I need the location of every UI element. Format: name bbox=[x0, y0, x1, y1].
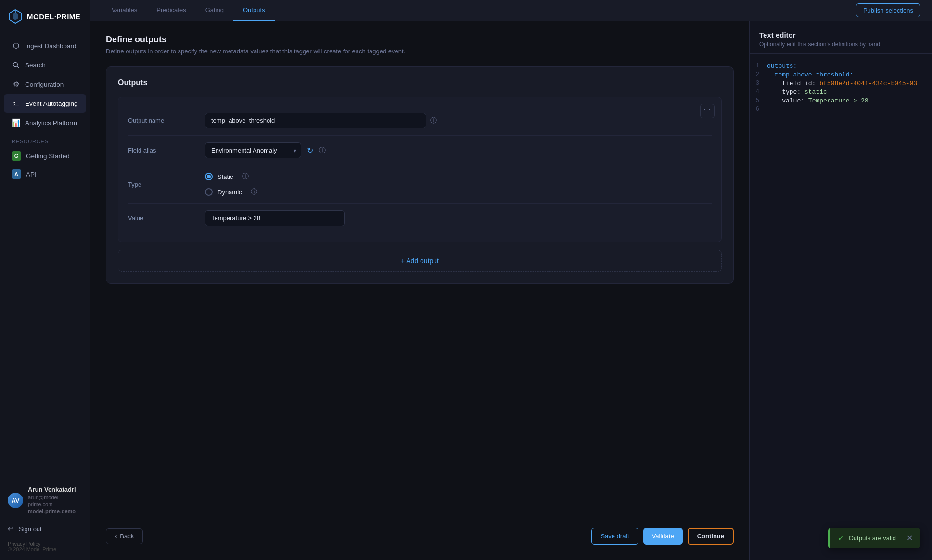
toast-check-icon: ✓ bbox=[838, 534, 844, 543]
outputs-card-title: Outputs bbox=[118, 78, 722, 87]
refresh-icon-button[interactable]: ↻ bbox=[305, 144, 315, 157]
dynamic-radio-circle bbox=[205, 188, 213, 196]
type-static-option[interactable]: Static ⓘ bbox=[205, 172, 257, 181]
output-row: 🗑 Output name ⓘ Field alias bbox=[118, 97, 722, 242]
output-name-row: Output name ⓘ bbox=[128, 106, 712, 136]
logo-text: MODEL·PRIME bbox=[27, 13, 80, 21]
sidebar-autotagging-label: Event Autotagging bbox=[25, 100, 78, 107]
back-button[interactable]: ‹ Back bbox=[106, 528, 143, 544]
section-title: Define outputs bbox=[106, 35, 734, 45]
output-name-input[interactable] bbox=[205, 113, 426, 128]
dashboard-icon: ⬡ bbox=[12, 41, 20, 50]
tab-predicates[interactable]: Predicates bbox=[147, 0, 195, 21]
editor-header: Text editor Optionally edit this section… bbox=[750, 21, 932, 54]
sidebar-footer: Privacy Policy © 2024 Model-Prime bbox=[4, 537, 86, 554]
value-input[interactable] bbox=[205, 210, 345, 226]
main-area: Variables Predicates Gating Outputs Publ… bbox=[90, 0, 932, 560]
continue-button[interactable]: Continue bbox=[688, 528, 734, 545]
sidebar-bottom: AV Arun Venkatadri arun@model-prime.com … bbox=[0, 476, 90, 560]
publish-button[interactable]: Publish selections bbox=[856, 3, 920, 17]
value-label: Value bbox=[128, 215, 205, 222]
field-alias-info-icon: ⓘ bbox=[319, 146, 326, 155]
sidebar-item-search[interactable]: Search bbox=[4, 56, 86, 74]
left-panel: Define outputs Define outputs in order t… bbox=[90, 21, 749, 560]
toast-close-button[interactable]: ✕ bbox=[906, 534, 913, 543]
delete-output-button[interactable]: 🗑 bbox=[700, 104, 715, 118]
sidebar-item-analytics-platform[interactable]: 📊 Analytics Platform bbox=[4, 114, 86, 132]
sidebar-item-label: Ingest Dashboard bbox=[25, 42, 77, 50]
sidebar-logo: MODEL·PRIME bbox=[0, 0, 90, 32]
back-label: Back bbox=[120, 533, 134, 540]
resources-section-title: Resources bbox=[0, 133, 90, 146]
toast-message: Outputs are valid bbox=[849, 535, 896, 542]
dynamic-radio-label: Dynamic bbox=[217, 189, 242, 196]
sidebar-config-label: Configuration bbox=[25, 81, 64, 88]
section-desc: Define outputs in order to specify the n… bbox=[106, 48, 734, 55]
sidebar-item-event-autotagging[interactable]: 🏷 Event Autotagging bbox=[4, 94, 86, 113]
footer-copy: © 2024 Model-Prime bbox=[8, 547, 82, 552]
code-editor[interactable]: 1 outputs: 2 temp_above_threshold: 3 fie… bbox=[750, 54, 932, 560]
action-buttons: Save draft Validate Continue bbox=[591, 528, 734, 545]
field-alias-row: Field alias Environmental Anomaly ▾ ↻ ⓘ bbox=[128, 136, 712, 165]
user-email: arun@model-prime.com bbox=[28, 494, 82, 508]
sign-out-button[interactable]: ↩ Sign out bbox=[4, 521, 86, 537]
static-radio-label: Static bbox=[217, 173, 233, 180]
svg-marker-1 bbox=[13, 13, 18, 20]
output-row-header: 🗑 bbox=[700, 104, 715, 118]
tab-bar-right: Publish selections bbox=[856, 3, 920, 17]
getting-started-label: Getting Started bbox=[26, 153, 70, 160]
type-row: Type Static ⓘ Dynamic bbox=[128, 165, 712, 204]
tab-variables[interactable]: Variables bbox=[102, 0, 147, 21]
type-radio-group: Static ⓘ Dynamic ⓘ bbox=[205, 172, 257, 196]
static-info-icon: ⓘ bbox=[242, 172, 249, 181]
trash-icon: 🗑 bbox=[703, 107, 711, 115]
add-output-button[interactable]: + Add output bbox=[118, 250, 722, 272]
tab-bar: Variables Predicates Gating Outputs Publ… bbox=[90, 0, 932, 21]
tag-icon: 🏷 bbox=[12, 99, 20, 108]
type-dynamic-option[interactable]: Dynamic ⓘ bbox=[205, 188, 257, 196]
tab-bar-left: Variables Predicates Gating Outputs bbox=[102, 0, 275, 21]
code-line-6: 6 bbox=[750, 105, 932, 113]
content-area: Define outputs Define outputs in order t… bbox=[90, 21, 932, 560]
code-line-3: 3 field_id: bf508e2d-404f-434c-b045-93 bbox=[750, 79, 932, 88]
avatar: AV bbox=[8, 493, 23, 508]
dynamic-info-icon: ⓘ bbox=[251, 188, 257, 196]
field-alias-select[interactable]: Environmental Anomaly bbox=[205, 142, 301, 158]
sidebar-nav: ⬡ Ingest Dashboard Search ⚙ Configuratio… bbox=[0, 32, 90, 476]
outputs-card: Outputs 🗑 Output name ⓘ bbox=[106, 66, 734, 284]
api-badge: A bbox=[12, 169, 21, 179]
sidebar-item-ingest-dashboard[interactable]: ⬡ Ingest Dashboard bbox=[4, 37, 86, 55]
analytics-icon: 📊 bbox=[12, 118, 20, 127]
sidebar: MODEL·PRIME ⬡ Ingest Dashboard Search ⚙ … bbox=[0, 0, 90, 560]
sidebar-item-getting-started[interactable]: G Getting Started bbox=[4, 147, 86, 165]
editor-desc: Optionally edit this section's definitio… bbox=[759, 41, 922, 48]
sign-out-label: Sign out bbox=[19, 525, 42, 533]
sidebar-search-label: Search bbox=[25, 62, 46, 69]
api-label: API bbox=[26, 171, 37, 178]
right-panel: Text editor Optionally edit this section… bbox=[749, 21, 932, 560]
sidebar-item-api[interactable]: A API bbox=[4, 165, 86, 183]
output-name-label: Output name bbox=[128, 117, 205, 124]
svg-line-4 bbox=[17, 66, 19, 68]
editor-title: Text editor bbox=[759, 31, 922, 39]
save-draft-button[interactable]: Save draft bbox=[591, 528, 638, 545]
user-info: AV Arun Venkatadri arun@model-prime.com … bbox=[4, 482, 86, 519]
user-name: Arun Venkatadri bbox=[28, 486, 82, 494]
field-alias-label: Field alias bbox=[128, 147, 205, 154]
validate-button[interactable]: Validate bbox=[643, 528, 683, 545]
code-line-4: 4 type: static bbox=[750, 88, 932, 96]
code-line-1: 1 outputs: bbox=[750, 62, 932, 70]
sign-out-icon: ↩ bbox=[8, 524, 14, 533]
type-label: Type bbox=[128, 181, 205, 188]
static-radio-circle bbox=[205, 173, 213, 180]
tab-gating[interactable]: Gating bbox=[196, 0, 233, 21]
back-arrow-icon: ‹ bbox=[115, 533, 117, 540]
sidebar-item-configuration[interactable]: ⚙ Configuration bbox=[4, 75, 86, 93]
privacy-policy-link[interactable]: Privacy Policy bbox=[8, 541, 40, 547]
output-name-value-wrap: ⓘ bbox=[205, 113, 712, 128]
code-line-2: 2 temp_above_threshold: bbox=[750, 70, 932, 79]
tab-outputs[interactable]: Outputs bbox=[233, 0, 275, 21]
user-org: model-prime-demo bbox=[28, 508, 82, 515]
field-alias-select-wrap: Environmental Anomaly ▾ bbox=[205, 142, 301, 158]
bottom-actions: ‹ Back Save draft Validate Continue bbox=[106, 520, 734, 547]
